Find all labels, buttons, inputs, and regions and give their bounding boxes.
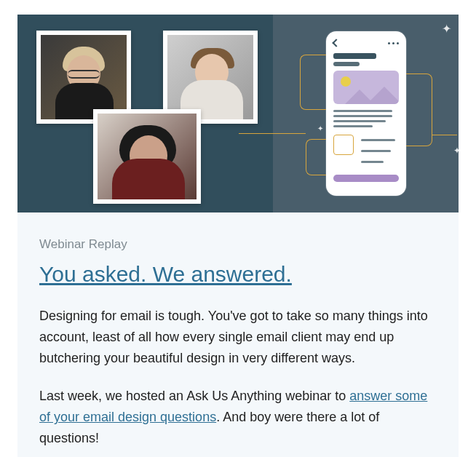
sparkle-icon: ✦ bbox=[442, 22, 451, 36]
kicker-label: Webinar Replay bbox=[39, 237, 437, 252]
email-mockup-illustration bbox=[326, 31, 406, 196]
body-text: Designing for email is tough. You've got… bbox=[39, 306, 437, 449]
content-body: Webinar Replay You asked. We answered. D… bbox=[17, 212, 459, 457]
sparkle-icon: ✦ bbox=[317, 124, 323, 132]
mockup-image-block bbox=[333, 71, 399, 104]
sparkle-icon: ✦ bbox=[453, 146, 459, 156]
paragraph-1: Designing for email is tough. You've got… bbox=[39, 306, 437, 368]
headline-link[interactable]: You asked. We answered. bbox=[39, 262, 292, 287]
email-card: ✦ ✦ ✦ ✦ bbox=[17, 15, 459, 457]
more-dots-icon bbox=[388, 42, 399, 44]
presenter-photo-3 bbox=[93, 109, 201, 204]
hero-photos-panel bbox=[17, 15, 273, 212]
hero-image: ✦ ✦ ✦ ✦ bbox=[17, 15, 459, 212]
back-chevron-icon bbox=[332, 39, 340, 47]
mockup-thumb bbox=[333, 135, 354, 155]
hero-illustration-panel: ✦ ✦ ✦ ✦ bbox=[273, 15, 459, 212]
mockup-cta-bar bbox=[333, 175, 399, 182]
paragraph-2-pre: Last week, we hosted an Ask Us Anything … bbox=[39, 389, 349, 403]
paragraph-2: Last week, we hosted an Ask Us Anything … bbox=[39, 386, 437, 448]
